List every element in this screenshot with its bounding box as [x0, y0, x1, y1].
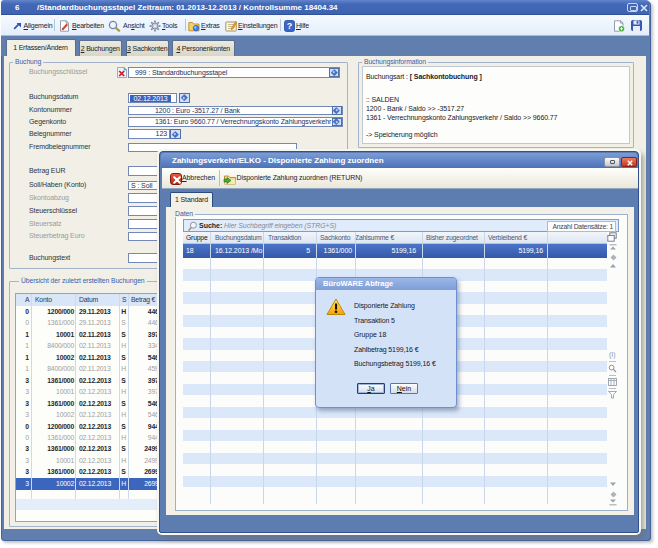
svg-text:?: ?: [287, 21, 293, 31]
